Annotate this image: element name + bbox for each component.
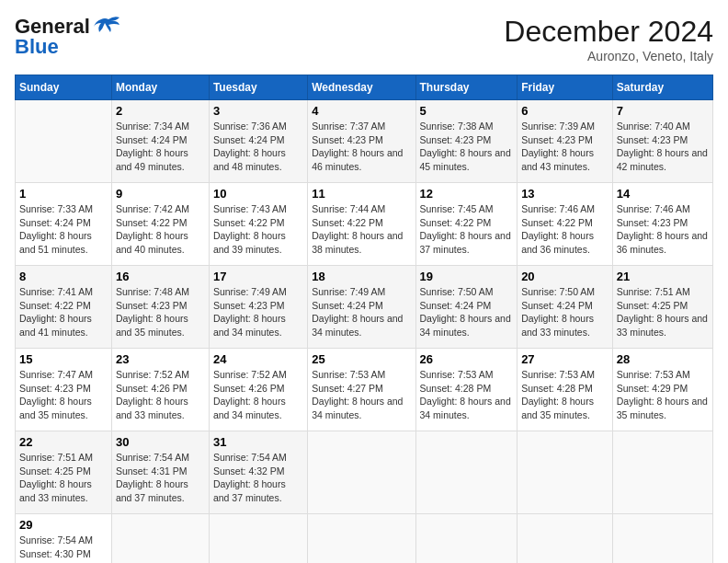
calendar-cell: 10 Sunrise: 7:43 AMSunset: 4:22 PMDaylig… xyxy=(209,183,307,266)
page-header: General Blue December 2024 Auronzo, Vene… xyxy=(15,15,713,63)
calendar-cell xyxy=(518,514,613,564)
calendar-cell: 27 Sunrise: 7:53 AMSunset: 4:28 PMDaylig… xyxy=(518,349,613,431)
header-monday: Monday xyxy=(111,75,209,100)
calendar-header: Sunday Monday Tuesday Wednesday Thursday… xyxy=(16,75,713,100)
day-number: 31 xyxy=(213,435,303,449)
day-number: 23 xyxy=(116,352,205,366)
day-number: 7 xyxy=(617,104,709,118)
day-number: 30 xyxy=(116,435,205,449)
day-number: 4 xyxy=(312,104,411,118)
calendar-body: 2 Sunrise: 7:34 AMSunset: 4:24 PMDayligh… xyxy=(16,100,713,564)
month-title: December 2024 xyxy=(504,15,713,49)
day-info: Sunrise: 7:50 AMSunset: 4:24 PMDaylight:… xyxy=(420,286,511,338)
calendar-cell: 26 Sunrise: 7:53 AMSunset: 4:28 PMDaylig… xyxy=(415,349,518,431)
day-number: 3 xyxy=(213,104,303,118)
day-info: Sunrise: 7:34 AMSunset: 4:24 PMDaylight:… xyxy=(116,121,189,172)
calendar-cell: 28 Sunrise: 7:53 AMSunset: 4:29 PMDaylig… xyxy=(612,349,712,431)
calendar-cell xyxy=(308,431,415,514)
day-info: Sunrise: 7:33 AMSunset: 4:24 PMDaylight:… xyxy=(19,203,93,255)
location-text: Auronzo, Veneto, Italy xyxy=(504,49,713,63)
logo-blue-text: Blue xyxy=(15,35,59,59)
calendar-cell: 18 Sunrise: 7:49 AMSunset: 4:24 PMDaylig… xyxy=(308,266,415,349)
day-number: 12 xyxy=(420,187,514,201)
day-info: Sunrise: 7:54 AMSunset: 4:31 PMDaylight:… xyxy=(116,452,189,503)
calendar-cell xyxy=(308,514,415,564)
calendar-cell xyxy=(209,514,307,564)
calendar-cell: 22 Sunrise: 7:51 AMSunset: 4:25 PMDaylig… xyxy=(16,431,112,514)
calendar-cell xyxy=(415,431,518,514)
calendar-cell: 29 Sunrise: 7:54 AMSunset: 4:30 PMDaylig… xyxy=(16,514,112,564)
day-info: Sunrise: 7:39 AMSunset: 4:23 PMDaylight:… xyxy=(521,121,595,172)
day-number: 13 xyxy=(521,187,609,201)
logo-bird-icon xyxy=(92,16,121,36)
calendar-cell: 13 Sunrise: 7:46 AMSunset: 4:22 PMDaylig… xyxy=(518,183,613,266)
day-number: 29 xyxy=(19,518,108,532)
day-info: Sunrise: 7:36 AMSunset: 4:24 PMDaylight:… xyxy=(213,121,287,172)
day-info: Sunrise: 7:54 AMSunset: 4:32 PMDaylight:… xyxy=(213,452,287,503)
calendar-cell: 3 Sunrise: 7:36 AMSunset: 4:24 PMDayligh… xyxy=(209,100,307,183)
day-info: Sunrise: 7:42 AMSunset: 4:22 PMDaylight:… xyxy=(116,203,189,255)
day-number: 21 xyxy=(617,270,709,283)
logo: General Blue xyxy=(15,15,121,59)
calendar-cell: 23 Sunrise: 7:52 AMSunset: 4:26 PMDaylig… xyxy=(111,349,209,431)
calendar-cell xyxy=(111,514,209,564)
day-number: 25 xyxy=(312,352,411,366)
header-thursday: Thursday xyxy=(415,75,518,100)
day-info: Sunrise: 7:47 AMSunset: 4:23 PMDaylight:… xyxy=(19,369,93,420)
calendar-cell: 19 Sunrise: 7:50 AMSunset: 4:24 PMDaylig… xyxy=(415,266,518,349)
day-info: Sunrise: 7:45 AMSunset: 4:22 PMDaylight:… xyxy=(420,203,511,255)
calendar-week-row: 29 Sunrise: 7:54 AMSunset: 4:30 PMDaylig… xyxy=(16,514,713,564)
day-number: 19 xyxy=(420,270,514,283)
calendar-cell: 15 Sunrise: 7:47 AMSunset: 4:23 PMDaylig… xyxy=(16,349,112,431)
day-info: Sunrise: 7:53 AMSunset: 4:28 PMDaylight:… xyxy=(420,369,511,420)
calendar-week-row: 15 Sunrise: 7:47 AMSunset: 4:23 PMDaylig… xyxy=(16,349,713,431)
header-sunday: Sunday xyxy=(16,75,112,100)
calendar-week-row: 8 Sunrise: 7:41 AMSunset: 4:22 PMDayligh… xyxy=(16,266,713,349)
day-info: Sunrise: 7:53 AMSunset: 4:29 PMDaylight:… xyxy=(617,369,708,420)
day-info: Sunrise: 7:37 AMSunset: 4:23 PMDaylight:… xyxy=(312,121,403,172)
day-info: Sunrise: 7:41 AMSunset: 4:22 PMDaylight:… xyxy=(19,286,93,338)
day-number: 26 xyxy=(420,352,514,366)
calendar-cell xyxy=(612,514,712,564)
calendar-week-row: 2 Sunrise: 7:34 AMSunset: 4:24 PMDayligh… xyxy=(16,100,713,183)
calendar-cell xyxy=(16,100,112,183)
day-number: 17 xyxy=(213,270,303,283)
day-info: Sunrise: 7:40 AMSunset: 4:23 PMDaylight:… xyxy=(617,121,708,172)
calendar-cell: 12 Sunrise: 7:45 AMSunset: 4:22 PMDaylig… xyxy=(415,183,518,266)
calendar-cell: 9 Sunrise: 7:42 AMSunset: 4:22 PMDayligh… xyxy=(111,183,209,266)
calendar-table: Sunday Monday Tuesday Wednesday Thursday… xyxy=(15,75,713,563)
day-info: Sunrise: 7:54 AMSunset: 4:30 PMDaylight:… xyxy=(19,534,93,563)
day-number: 27 xyxy=(521,352,609,366)
day-number: 20 xyxy=(521,270,609,283)
day-info: Sunrise: 7:52 AMSunset: 4:26 PMDaylight:… xyxy=(116,369,189,420)
header-saturday: Saturday xyxy=(612,75,712,100)
calendar-cell: 20 Sunrise: 7:50 AMSunset: 4:24 PMDaylig… xyxy=(518,266,613,349)
calendar-cell: 11 Sunrise: 7:44 AMSunset: 4:22 PMDaylig… xyxy=(308,183,415,266)
day-info: Sunrise: 7:52 AMSunset: 4:26 PMDaylight:… xyxy=(213,369,287,420)
day-number: 24 xyxy=(213,352,303,366)
title-block: December 2024 Auronzo, Veneto, Italy xyxy=(504,15,713,63)
header-tuesday: Tuesday xyxy=(209,75,307,100)
calendar-cell: 16 Sunrise: 7:48 AMSunset: 4:23 PMDaylig… xyxy=(111,266,209,349)
day-number: 10 xyxy=(213,187,303,201)
calendar-cell: 21 Sunrise: 7:51 AMSunset: 4:25 PMDaylig… xyxy=(612,266,712,349)
day-info: Sunrise: 7:43 AMSunset: 4:22 PMDaylight:… xyxy=(213,203,287,255)
days-header-row: Sunday Monday Tuesday Wednesday Thursday… xyxy=(16,75,713,100)
calendar-week-row: 1 Sunrise: 7:33 AMSunset: 4:24 PMDayligh… xyxy=(16,183,713,266)
calendar-cell: 30 Sunrise: 7:54 AMSunset: 4:31 PMDaylig… xyxy=(111,431,209,514)
day-info: Sunrise: 7:46 AMSunset: 4:22 PMDaylight:… xyxy=(521,203,595,255)
day-info: Sunrise: 7:53 AMSunset: 4:27 PMDaylight:… xyxy=(312,369,403,420)
day-number: 11 xyxy=(312,187,411,201)
calendar-cell xyxy=(415,514,518,564)
day-number: 18 xyxy=(312,270,411,283)
day-number: 5 xyxy=(420,104,514,118)
calendar-week-row: 22 Sunrise: 7:51 AMSunset: 4:25 PMDaylig… xyxy=(16,431,713,514)
calendar-cell: 25 Sunrise: 7:53 AMSunset: 4:27 PMDaylig… xyxy=(308,349,415,431)
day-number: 9 xyxy=(116,187,205,201)
calendar-cell: 5 Sunrise: 7:38 AMSunset: 4:23 PMDayligh… xyxy=(415,100,518,183)
calendar-cell: 14 Sunrise: 7:46 AMSunset: 4:23 PMDaylig… xyxy=(612,183,712,266)
header-friday: Friday xyxy=(518,75,613,100)
day-number: 15 xyxy=(19,352,108,366)
day-info: Sunrise: 7:44 AMSunset: 4:22 PMDaylight:… xyxy=(312,203,403,255)
calendar-cell xyxy=(612,431,712,514)
